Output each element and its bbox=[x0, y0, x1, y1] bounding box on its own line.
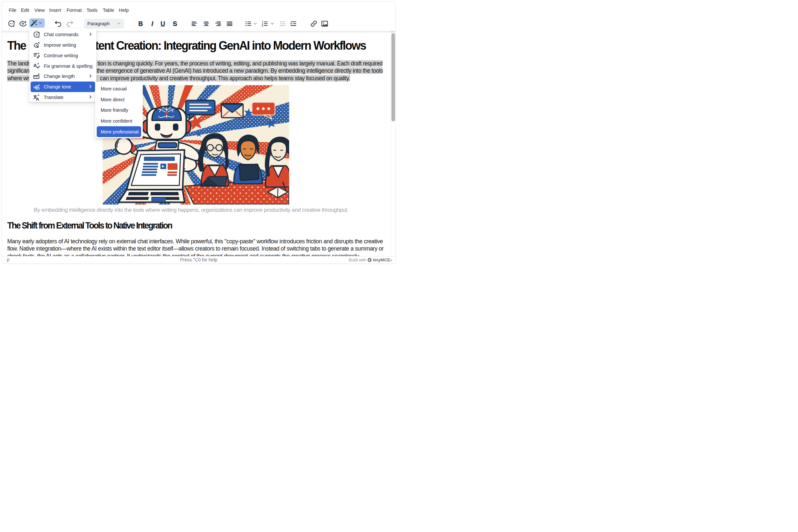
svg-text:3: 3 bbox=[262, 25, 263, 27]
svg-text:A: A bbox=[33, 63, 37, 68]
svg-text:A: A bbox=[36, 96, 39, 101]
